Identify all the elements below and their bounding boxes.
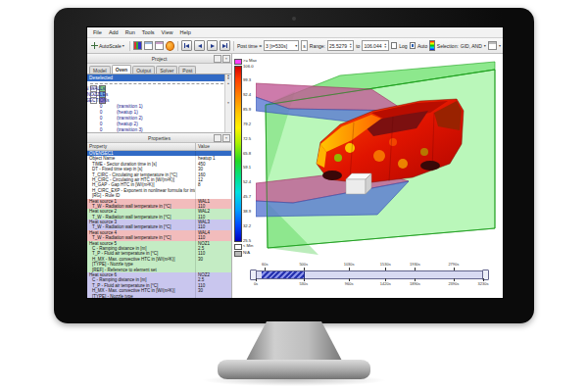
tree-item-sub: (transition 3) — [117, 127, 143, 132]
monitor-bezel: FileAddRunToolsViewHelp AutoScale ▾ — [54, 8, 534, 323]
contour-view-icon[interactable] — [144, 41, 153, 50]
close-icon[interactable]: × — [222, 134, 230, 142]
float-panel-icon[interactable] — [214, 134, 221, 142]
clock-icon[interactable] — [166, 41, 174, 51]
chevron-down-icon[interactable]: ▾ — [484, 43, 486, 48]
tree-item-sub: (heatup 1) — [117, 110, 138, 115]
3d-viewport[interactable]: >= Max < Min N/A 106.099.392.485.979.272… — [232, 54, 503, 299]
log-checkbox[interactable] — [391, 42, 397, 49]
tab-solver[interactable]: Solver — [156, 66, 177, 74]
tick-label-bottom: 2390s — [448, 281, 459, 286]
menu-add[interactable]: Add — [106, 29, 122, 35]
legend-value: 52.4 — [243, 179, 251, 184]
chevron-down-icon: ▾ — [295, 43, 297, 48]
legend-value: 99.3 — [243, 77, 251, 82]
tree-item[interactable]: 0(transition 3) — [87, 126, 231, 132]
tick-mark — [385, 268, 386, 270]
tick-label-bottom: 530s — [299, 281, 308, 286]
tick-label-bottom: 0s — [254, 281, 258, 286]
project-panel-title: Project — [152, 56, 168, 62]
panel-tabs: ModelOvenOutputSolverPost — [87, 64, 231, 74]
project-panel: Project × ModelOvenOutputSolverPost Dese… — [87, 54, 232, 299]
legend-na-label: N/A — [243, 250, 250, 255]
chevron-down-icon[interactable]: ▾ — [499, 43, 501, 48]
menu-view[interactable]: View — [159, 29, 176, 35]
window-layout-icon[interactable] — [488, 41, 497, 50]
tree-item-label: 0 — [100, 127, 103, 132]
app-window: FileAddRunToolsViewHelp AutoScale ▾ — [86, 26, 504, 299]
colorbar-icon[interactable] — [429, 40, 435, 51]
skip-start-button[interactable] — [181, 40, 192, 51]
legend-min-chip — [234, 244, 242, 250]
menu-run[interactable]: Run — [122, 29, 138, 35]
post-time-select[interactable]: 3 [t=530s] ▾ — [264, 40, 299, 51]
rgb-swatch-icon[interactable] — [133, 41, 142, 50]
tab-output[interactable]: Output — [132, 66, 155, 74]
tick-mark — [349, 268, 350, 270]
tree-item-sub: (heatup 2) — [117, 122, 138, 126]
spinner-icon[interactable]: ▲▼ — [349, 43, 352, 48]
time-slider[interactable]: 60s500s1030s1530s1930s2790s0s530s960s142… — [248, 262, 491, 287]
step-back-button[interactable] — [194, 40, 205, 51]
legend-gradient-bar — [234, 66, 242, 242]
tree-item-label: OVEN NOZZLEs — [87, 92, 108, 97]
spinner-icon[interactable]: ▲▼ — [224, 74, 231, 81]
tab-oven[interactable]: Oven — [112, 65, 132, 74]
auto-label: Auto — [417, 43, 427, 49]
mesh-view-icon[interactable] — [155, 41, 164, 50]
selection-mode-label: Deselected — [89, 75, 113, 80]
tree-item-label: 0 — [100, 122, 103, 126]
legend-value: 92.4 — [243, 92, 251, 97]
tab-post[interactable]: Post — [178, 66, 196, 74]
float-panel-icon[interactable] — [214, 55, 221, 63]
slider-progress — [262, 271, 306, 278]
menu-file[interactable]: File — [90, 29, 105, 35]
spinner-icon[interactable]: ▲▼ — [384, 43, 387, 48]
tree-scrollbar[interactable]: ▲▼ — [224, 81, 231, 132]
menu-help[interactable]: Help — [176, 29, 193, 35]
toolbar-separator — [233, 41, 234, 51]
step-forward-button[interactable] — [207, 40, 218, 51]
legend-value: 65.8 — [243, 151, 251, 156]
toolbar-separator — [177, 41, 178, 51]
tree-item-label: 0 — [100, 104, 103, 109]
slider-track[interactable] — [256, 270, 483, 279]
menu-tools[interactable]: Tools — [139, 29, 158, 35]
legend-value: 32.2 — [243, 223, 251, 228]
autoscale-button[interactable]: AutoScale ▾ — [89, 41, 126, 50]
properties-panel-header: Properties × — [87, 133, 231, 143]
unit-select[interactable]: s — [301, 40, 308, 51]
main-area: Project × ModelOvenOutputSolverPost Dese… — [87, 54, 503, 299]
tick-label-top: 1530s — [380, 262, 391, 267]
tick-label-bottom: 1420s — [380, 281, 391, 286]
legend-max-chip — [234, 59, 242, 65]
oven-3d-scene[interactable] — [256, 54, 503, 258]
toolbar-separator — [129, 41, 130, 51]
autoscale-label: AutoScale — [99, 43, 122, 49]
tree-item-sub: (transition 1) — [117, 104, 143, 109]
skip-end-button[interactable] — [220, 40, 230, 51]
legend-value: 38.9 — [243, 209, 251, 214]
tab-model[interactable]: Model — [89, 66, 111, 74]
post-time-label: Post time = — [237, 43, 262, 49]
close-icon[interactable]: × — [222, 55, 230, 63]
property-row[interactable]: [TYPE] - Nozzle type — [87, 294, 231, 299]
monitor-stand-neck — [245, 321, 343, 363]
tree-separator — [90, 83, 228, 84]
tick-mark — [415, 268, 416, 270]
tick-label-bottom: 3230s — [478, 281, 489, 286]
range-to-input[interactable]: 106.044 ▲▼ — [362, 40, 388, 51]
range-to-value: 106.044 — [364, 43, 382, 49]
legend-max-label: >= Max — [243, 58, 257, 63]
legend-min-label: < Min — [243, 243, 253, 248]
tick-label-top: 1030s — [344, 262, 355, 267]
autoscale-icon — [91, 42, 98, 49]
selection-mode-row[interactable]: Deselected ▲▼ — [87, 74, 231, 81]
project-tree: +OVEN WALLs+OVEN NOZZLEs-OVEN SECTIONs0(… — [87, 81, 231, 133]
auto-checkbox[interactable] — [410, 42, 416, 49]
range-from-input[interactable]: 25.5279 ▲▼ — [327, 40, 354, 51]
tick-label-top: 60s — [262, 262, 268, 267]
tick-label-top: 1930s — [410, 262, 420, 267]
legend-value: 85.9 — [243, 107, 251, 112]
properties-panel: Property Value OVENSEC1Object Nameheatup… — [87, 143, 231, 299]
